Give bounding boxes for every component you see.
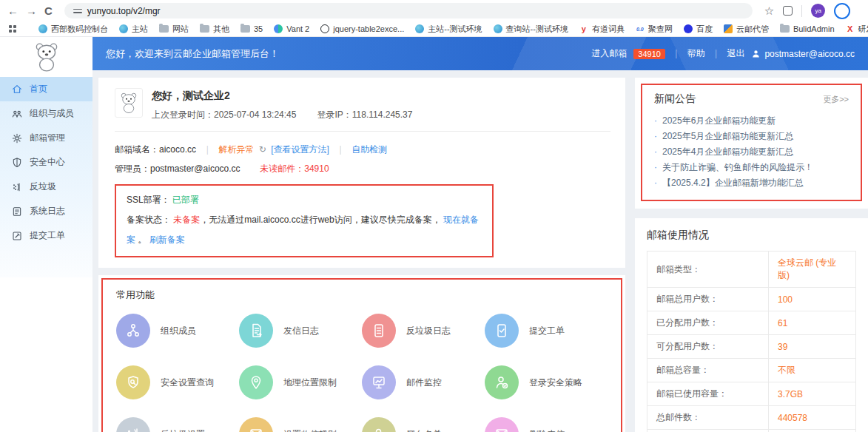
feature-receive-rules[interactable]: 设置收信规则 xyxy=(239,417,362,432)
bookmark-item[interactable]: 主站 xyxy=(119,24,148,35)
bookmark-item[interactable]: 其他 xyxy=(200,24,229,35)
bookmarks-bar: 西部数码控制台 主站 网站 其他 35 Vant 2 jquery-table2… xyxy=(0,21,868,37)
table-row: 可分配用户数：39 xyxy=(647,335,856,359)
help-link[interactable]: 帮助 xyxy=(687,47,705,60)
news-item[interactable]: ·2025年6月企业邮箱功能更新 xyxy=(654,113,849,129)
ssl-status: 已部署 xyxy=(172,195,199,205)
news-more-link[interactable]: 更多>> xyxy=(823,94,849,105)
feature-submit-ticket[interactable]: 提交工单 xyxy=(485,314,608,348)
top-header: 您好，欢迎来到云邮企业邮箱管理后台！ 进入邮箱 34910 ｜ 帮助 ｜ 退出 … xyxy=(92,37,868,70)
welcome-text: 您好，欢迎来到云邮企业邮箱管理后台！ xyxy=(106,47,279,61)
site-icon xyxy=(415,24,424,33)
table-row: 邮箱总用户数：100 xyxy=(647,288,856,311)
antispam-settings-icon xyxy=(116,417,150,432)
apps-grid-icon[interactable] xyxy=(9,25,16,33)
bookmark-item[interactable]: BulidAdmin xyxy=(780,24,835,33)
extensions-icon[interactable] xyxy=(783,6,793,16)
common-functions-section: 常用功能 组织成员 发信日志 xyxy=(101,278,622,432)
admin-value: postmaster@aicoco.cc xyxy=(150,163,240,174)
beian-refresh-link[interactable]: 刷新备案 xyxy=(149,234,185,245)
secondary-avatar[interactable] xyxy=(834,3,850,19)
news-item[interactable]: ·2025年4月企业邮箱功能更新汇总 xyxy=(654,144,849,160)
login-policy-icon xyxy=(485,365,519,399)
feature-delete-mail[interactable]: 删除来信 xyxy=(485,417,608,432)
bookmark-item[interactable]: 网站 xyxy=(159,24,189,35)
feature-antispam-settings[interactable]: 反垃圾设置 xyxy=(116,417,239,432)
bookmark-item[interactable]: y有道词典 xyxy=(579,24,625,35)
ssl-label: SSL部署： xyxy=(127,195,170,205)
feature-antispam-log[interactable]: 反垃圾日志 xyxy=(362,314,485,348)
table-row: 邮箱剩余容量：不限 xyxy=(647,430,856,432)
unread-badge[interactable]: 34910 xyxy=(633,49,665,59)
table-row: 邮箱类型：全球云邮 (专业版) xyxy=(647,252,856,288)
browser-chrome: ← → C yunyou.top/v2/mgr ☆ ya 西部数码控制台 主站 … xyxy=(0,0,868,37)
feature-geo-limit[interactable]: 地理位置限制 xyxy=(239,365,362,399)
feature-send-log[interactable]: 发信日志 xyxy=(239,314,362,348)
feature-security-query[interactable]: 安全设置查询 xyxy=(116,365,239,399)
bear-avatar-icon xyxy=(118,91,140,115)
antispam-icon xyxy=(11,181,23,193)
bullet-icon: · xyxy=(654,129,657,144)
bookmark-item[interactable]: X研发知识库 xyxy=(846,24,868,35)
feature-login-policy[interactable]: 登录安全策略 xyxy=(485,365,608,399)
feature-org-members[interactable]: 组织成员 xyxy=(116,314,239,348)
beian-text: ，无法通过mail.aicoco.cc进行web访问，建议尽快完成备案， xyxy=(200,215,440,225)
sidebar-item-security-center[interactable]: 安全中心 xyxy=(0,150,92,175)
sidebar-item-submit-ticket[interactable]: 提交工单 xyxy=(0,223,92,248)
news-item[interactable]: ·关于防止诈骗、钓鱼邮件的风险提示！ xyxy=(654,160,849,175)
gear-icon xyxy=(11,132,23,144)
url-text[interactable]: yunyou.top/v2/mgr xyxy=(87,6,161,16)
bookmark-item[interactable]: 主站--测试环境 xyxy=(415,24,482,35)
login-ip: 118.114.245.37 xyxy=(352,109,413,120)
company-greeting: 您好，测试企业2 xyxy=(152,90,412,103)
dns-refresh-icon[interactable]: ↻ xyxy=(259,144,266,155)
bookmark-item[interactable]: 35 xyxy=(240,24,263,33)
sidebar-item-system-log[interactable]: 系统日志 xyxy=(0,199,92,223)
mail-monitor-icon xyxy=(362,365,396,399)
log-icon xyxy=(11,206,23,217)
bookmark-item[interactable]: 0.0聚查网 xyxy=(636,24,673,35)
admin-row: 管理员：postmaster@aicoco.cc 未读邮件：34910 xyxy=(115,159,610,178)
back-button[interactable]: ← xyxy=(7,5,18,16)
account-menu[interactable]: postmaster@aicoco.cc xyxy=(751,49,855,59)
bookmark-item[interactable]: 云邮代管 xyxy=(724,24,769,35)
dns-status: 解析异常 xyxy=(218,144,254,155)
feature-mail-monitor[interactable]: 邮件监控 xyxy=(362,365,485,399)
profile-avatar[interactable]: ya xyxy=(811,4,825,18)
beian-label: 备案状态： xyxy=(127,215,171,225)
blacklist-icon xyxy=(362,417,396,432)
knowledge-base-icon: X xyxy=(846,24,855,33)
reload-button[interactable]: C xyxy=(44,5,53,16)
bookmark-item[interactable]: Vant 2 xyxy=(274,24,309,33)
site-settings-icon[interactable] xyxy=(73,7,82,15)
news-item[interactable]: ·【2025.4.2】企业邮箱新增功能汇总 xyxy=(654,175,849,191)
sidebar-item-home[interactable]: 首页 xyxy=(0,77,92,101)
news-item[interactable]: ·2025年5月企业邮箱功能更新汇总 xyxy=(654,129,849,144)
bookmark-item[interactable]: 百度 xyxy=(684,24,713,35)
bookmark-item[interactable]: jquery-table2exce... xyxy=(320,24,404,33)
users-icon xyxy=(11,108,23,120)
bookmark-star-icon[interactable]: ☆ xyxy=(764,5,774,16)
address-bar[interactable]: yunyou.top/v2/mgr xyxy=(64,3,753,18)
forward-button[interactable]: → xyxy=(26,5,37,16)
feature-blacklist[interactable]: 黑白名单 xyxy=(362,417,485,432)
enter-mailbox-link[interactable]: 进入邮箱 xyxy=(591,47,627,60)
baidu-icon xyxy=(684,24,693,33)
bookmark-item[interactable]: 西部数码控制台 xyxy=(38,24,108,35)
site-icon xyxy=(119,24,128,33)
sidebar-item-org-members[interactable]: 组织与成员 xyxy=(0,101,92,126)
common-functions-card: 常用功能 组织成员 发信日志 xyxy=(98,275,625,432)
ticket-icon xyxy=(11,230,23,242)
setup-method-link[interactable]: [查看设置方法] xyxy=(271,144,329,155)
juchaw-icon: 0.0 xyxy=(636,24,645,33)
sidebar-item-mailbox-mgmt[interactable]: 邮箱管理 xyxy=(0,126,92,150)
logout-link[interactable]: 退出 xyxy=(727,47,744,60)
site-icon xyxy=(494,24,502,33)
home-icon xyxy=(11,84,23,95)
youdao-icon: y xyxy=(579,24,588,33)
usage-table: 邮箱类型：全球云邮 (专业版) 邮箱总用户数：100 已分配用户数：61 可分配… xyxy=(647,251,856,432)
sidebar-item-antispam[interactable]: 反垃圾 xyxy=(0,175,92,199)
self-check-link[interactable]: 自助检测 xyxy=(351,144,387,155)
bookmark-item[interactable]: 查询站--测试环境 xyxy=(494,24,568,35)
domain-label: 邮箱域名： xyxy=(115,144,159,155)
